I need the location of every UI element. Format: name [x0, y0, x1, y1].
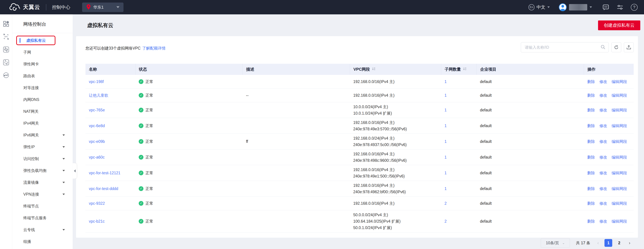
- sidebar-item-5[interactable]: 对等连接: [12, 82, 73, 94]
- sidebar-collapse-handle[interactable]: [73, 163, 77, 179]
- delete-action-link[interactable]: 删除: [587, 154, 595, 160]
- vpc-name-link[interactable]: vpc-for-test-dddd: [89, 186, 118, 191]
- quota-details-link[interactable]: 了解配额详情: [142, 46, 166, 50]
- sort-icon[interactable]: [463, 67, 466, 72]
- language-switcher[interactable]: En 中文: [528, 4, 550, 10]
- subnet-count-link[interactable]: 1: [444, 124, 447, 128]
- edit-cidr-action-link[interactable]: 编辑网段: [612, 185, 627, 192]
- refresh-button[interactable]: [612, 43, 621, 52]
- subnet-count-link[interactable]: 1: [444, 171, 447, 175]
- sidebar-item-17[interactable]: 云专线: [12, 224, 73, 236]
- ipv6-gateway-icon[interactable]: IPv6: [3, 46, 10, 53]
- user-menu[interactable]: [559, 4, 592, 11]
- sort-icon[interactable]: [372, 67, 376, 72]
- sidebar-item-16[interactable]: 终端节点服务: [12, 212, 73, 224]
- sidebar-item-10[interactable]: 弹性IP: [12, 141, 73, 153]
- edit-cidr-action-link[interactable]: 编辑网段: [612, 218, 627, 224]
- edit-cidr-action-link[interactable]: 编辑网段: [612, 107, 627, 113]
- cell-project: default: [476, 185, 584, 192]
- subnet-count-link[interactable]: 1: [444, 93, 447, 98]
- subnet-count-link[interactable]: 1: [444, 155, 447, 159]
- modify-action-link[interactable]: 修改: [600, 123, 607, 129]
- page-number-2[interactable]: 2: [615, 239, 623, 247]
- column-header-2: 状态: [135, 64, 242, 75]
- sidebar-item-18[interactable]: 组播: [12, 236, 73, 247]
- subnet-count-link[interactable]: 2: [444, 201, 447, 205]
- delete-action-link[interactable]: 删除: [587, 92, 595, 99]
- region-selector[interactable]: 华东1: [82, 3, 124, 12]
- delete-action-link[interactable]: 删除: [587, 185, 595, 192]
- vpc-name-link[interactable]: vpc-765e: [89, 108, 105, 112]
- sidebar-item-14[interactable]: VPN连接: [12, 188, 73, 200]
- edit-cidr-action-link[interactable]: 编辑网段: [612, 138, 627, 145]
- sidebar-item-13[interactable]: 流量镜像: [12, 176, 73, 188]
- sidebar-item-4[interactable]: 路由表: [12, 70, 73, 82]
- search-icon[interactable]: [600, 45, 606, 50]
- column-header-label: 描述: [246, 67, 254, 72]
- export-button[interactable]: [624, 43, 634, 52]
- vpc-icon[interactable]: VPC: [3, 33, 10, 40]
- modify-action-link[interactable]: 修改: [600, 107, 607, 113]
- vpc-name-link[interactable]: vpc-198f: [89, 79, 104, 84]
- modify-action-link[interactable]: 修改: [600, 218, 607, 224]
- help-icon[interactable]: ?: [630, 4, 638, 11]
- vpc-name-link[interactable]: vpc-b21c: [89, 219, 104, 223]
- edit-cidr-action-link[interactable]: 编辑网段: [612, 154, 627, 160]
- vpc-name-link[interactable]: 让他儿童歌: [89, 93, 108, 98]
- delete-action-link[interactable]: 删除: [587, 78, 595, 85]
- sidebar-item-8[interactable]: IPv4网关: [12, 117, 73, 129]
- page-size-select[interactable]: 10条/页 ⌄: [541, 238, 570, 248]
- modify-action-link[interactable]: 修改: [600, 138, 607, 145]
- vpc-name-link[interactable]: vpc-9322: [89, 201, 105, 205]
- create-vpc-button[interactable]: 创建虚拟私有云: [598, 21, 640, 30]
- sidebar-item-15[interactable]: 终端节点: [12, 200, 73, 212]
- page-number-1[interactable]: 1: [604, 239, 612, 247]
- prev-page-button[interactable]: ‹: [596, 240, 600, 245]
- subnet-count-link[interactable]: 1: [444, 186, 447, 191]
- vpc-name-link[interactable]: vpc-6e8d: [89, 124, 105, 128]
- delete-action-link[interactable]: 删除: [587, 170, 595, 176]
- modify-action-link[interactable]: 修改: [600, 185, 607, 192]
- edit-cidr-action-link[interactable]: 编辑网段: [612, 170, 627, 176]
- apps-grid-icon[interactable]: [3, 21, 10, 27]
- delete-action-link[interactable]: 删除: [587, 138, 595, 145]
- delete-action-link[interactable]: 删除: [587, 200, 595, 206]
- feedback-message-icon[interactable]: [602, 4, 610, 11]
- modify-action-link[interactable]: 修改: [600, 78, 607, 85]
- vpc-name-link[interactable]: vpc-e09b: [89, 139, 105, 144]
- delete-action-link[interactable]: 删除: [587, 107, 595, 113]
- subnet-count-link[interactable]: 2: [444, 219, 447, 223]
- next-page-button[interactable]: ›: [628, 240, 631, 245]
- edit-cidr-action-link[interactable]: 编辑网段: [612, 92, 627, 99]
- modify-action-link[interactable]: 修改: [600, 170, 607, 176]
- sidebar-item-12[interactable]: 弹性负载均衡: [12, 165, 73, 176]
- edit-cidr-action-link[interactable]: 编辑网段: [612, 200, 627, 206]
- search-input[interactable]: [525, 45, 600, 50]
- modify-action-link[interactable]: 修改: [600, 154, 607, 160]
- sidebar-item-6[interactable]: 内网DNS: [12, 94, 73, 106]
- multicast-icon[interactable]: [3, 72, 10, 79]
- edit-cidr-action-link[interactable]: 编辑网段: [612, 123, 627, 129]
- delete-action-link[interactable]: 删除: [587, 123, 595, 129]
- sidebar-item-11[interactable]: 访问控制: [12, 153, 73, 165]
- ipv4-gateway-icon[interactable]: [3, 59, 10, 66]
- sidebar-item-1[interactable]: 虚拟私有云: [12, 35, 73, 46]
- sidebar-item-2[interactable]: 子网: [12, 46, 73, 58]
- edit-cidr-action-link[interactable]: 编辑网段: [612, 78, 627, 85]
- console-center-link[interactable]: 控制中心: [52, 4, 70, 10]
- modify-action-link[interactable]: 修改: [600, 92, 607, 99]
- subnet-count-link[interactable]: 1: [444, 108, 447, 112]
- subnet-count-link[interactable]: 1: [444, 139, 447, 144]
- cell-actions: 删除修改编辑网段: [584, 200, 634, 206]
- brand-logo[interactable]: 天翼云: [10, 3, 40, 11]
- sidebar-item-7[interactable]: NAT网关: [12, 106, 73, 117]
- sidebar-item-9[interactable]: IPv6网关: [12, 129, 73, 141]
- delete-action-link[interactable]: 删除: [587, 218, 595, 224]
- vpc-name-link[interactable]: vpc-for-test-12121: [89, 171, 120, 175]
- preferences-sliders-icon[interactable]: [616, 4, 624, 11]
- status-label: 正常: [146, 138, 153, 145]
- subnet-count-link[interactable]: 1: [444, 79, 447, 84]
- vpc-name-link[interactable]: vpc-a60c: [89, 155, 104, 159]
- modify-action-link[interactable]: 修改: [600, 200, 607, 206]
- sidebar-item-3[interactable]: 弹性网卡: [12, 58, 73, 70]
